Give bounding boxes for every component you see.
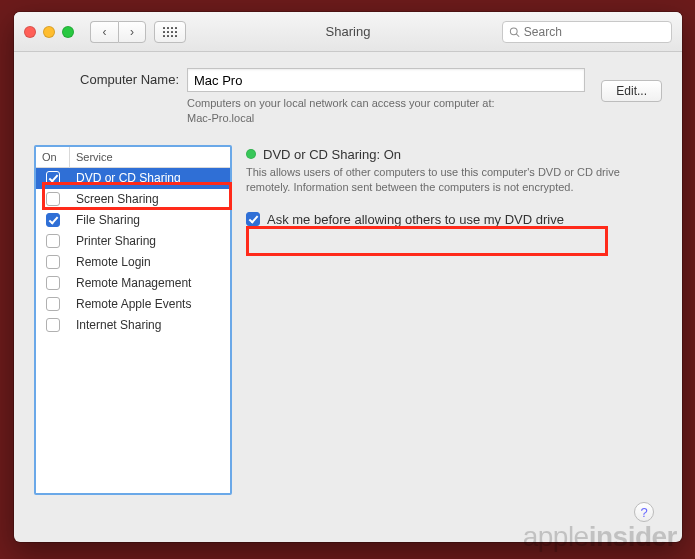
help-button[interactable]: ? [634,502,654,522]
service-row[interactable]: Remote Apple Events [36,294,230,315]
service-checkbox[interactable] [46,318,60,332]
minimize-icon[interactable] [43,26,55,38]
titlebar: ‹ › Sharing [14,12,682,52]
column-header-service[interactable]: Service [70,147,230,167]
service-label: DVD or CD Sharing [70,171,230,185]
service-label: Internet Sharing [70,318,230,332]
services-header: On Service [36,147,230,168]
status-indicator-icon [246,149,256,159]
search-field[interactable] [502,21,672,43]
service-row[interactable]: Screen Sharing [36,189,230,210]
ask-before-checkbox[interactable] [246,212,260,226]
service-label: Screen Sharing [70,192,230,206]
zoom-icon[interactable] [62,26,74,38]
ask-before-label: Ask me before allowing others to use my … [267,212,564,227]
svg-point-0 [510,27,517,34]
window-body: Computer Name: Computers on your local n… [14,52,682,542]
service-row[interactable]: DVD or CD Sharing [36,168,230,189]
service-row[interactable]: Remote Management [36,273,230,294]
service-label: Remote Management [70,276,230,290]
service-label: File Sharing [70,213,230,227]
traffic-lights [24,26,74,38]
forward-button[interactable]: › [118,21,146,43]
show-all-button[interactable] [154,21,186,43]
service-label: Printer Sharing [70,234,230,248]
edit-hostname-button[interactable]: Edit... [601,80,662,102]
service-checkbox[interactable] [46,171,60,185]
column-header-on[interactable]: On [36,147,70,167]
chevron-left-icon: ‹ [103,25,107,39]
back-button[interactable]: ‹ [90,21,118,43]
computer-name-label: Computer Name: [34,68,179,87]
service-label: Remote Login [70,255,230,269]
content-split: On Service DVD or CD SharingScreen Shari… [34,145,662,528]
back-forward-group: ‹ › [90,21,146,43]
service-row[interactable]: Internet Sharing [36,315,230,336]
sharing-preferences-window: ‹ › Sharing Computer Name: Computers on … [14,12,682,542]
close-icon[interactable] [24,26,36,38]
service-description: This allows users of other computers to … [246,165,662,196]
search-icon [509,26,520,38]
ask-before-row: Ask me before allowing others to use my … [246,212,662,227]
computer-name-row: Computer Name: Computers on your local n… [34,68,662,127]
computer-name-input[interactable] [187,68,585,92]
status-text: DVD or CD Sharing: On [263,147,401,162]
service-checkbox[interactable] [46,192,60,206]
service-checkbox[interactable] [46,297,60,311]
chevron-right-icon: › [130,25,134,39]
search-input[interactable] [524,25,665,39]
service-row[interactable]: File Sharing [36,210,230,231]
service-row[interactable]: Remote Login [36,252,230,273]
service-checkbox[interactable] [46,276,60,290]
computer-name-subtext: Computers on your local network can acce… [187,96,585,127]
status-line: DVD or CD Sharing: On [246,147,662,162]
grid-icon [163,27,177,37]
services-list[interactable]: On Service DVD or CD SharingScreen Shari… [34,145,232,495]
service-label: Remote Apple Events [70,297,230,311]
service-row[interactable]: Printer Sharing [36,231,230,252]
service-checkbox[interactable] [46,213,60,227]
service-detail: DVD or CD Sharing: On This allows users … [246,145,662,528]
service-checkbox[interactable] [46,255,60,269]
svg-line-1 [516,34,519,37]
service-checkbox[interactable] [46,234,60,248]
